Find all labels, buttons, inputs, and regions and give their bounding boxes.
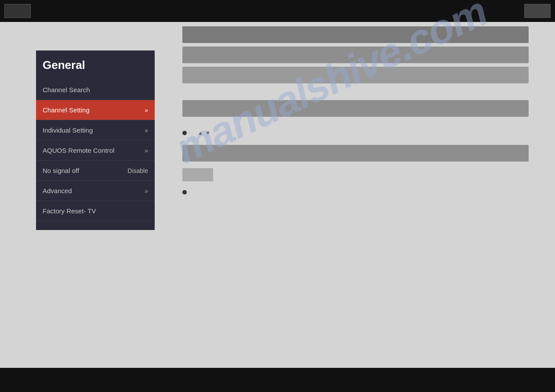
content-bar-3 <box>182 67 529 83</box>
sidebar: General Channel Search Channel Setting »… <box>36 50 155 230</box>
small-gray-bar <box>182 168 213 181</box>
sidebar-item-label: Advanced <box>43 187 72 194</box>
sidebar-item-advanced[interactable]: Advanced » <box>36 181 155 201</box>
sidebar-item-aquos-remote[interactable]: AQUOS Remote Control » <box>36 140 155 161</box>
content-area: ▲ ▼ <box>182 22 529 199</box>
sidebar-item-label: Factory Reset- TV <box>43 207 96 215</box>
top-bar-logo <box>4 4 31 18</box>
sidebar-item-label: AQUOS Remote Control <box>43 147 114 154</box>
content-bar-4 <box>182 100 529 117</box>
content-bar-2 <box>182 47 529 63</box>
arrow-up-icon: ▲ <box>198 130 203 136</box>
content-bar-5 <box>182 145 529 162</box>
bullet-line-2 <box>182 186 529 199</box>
content-bar-1 <box>182 26 529 43</box>
sidebar-item-channel-search[interactable]: Channel Search <box>36 80 155 100</box>
sidebar-item-factory-reset[interactable]: Factory Reset- TV <box>36 201 155 221</box>
chevron-right-icon: » <box>145 107 148 114</box>
sidebar-item-label: Channel Setting <box>43 106 90 114</box>
sidebar-item-label: Channel Search <box>43 86 90 94</box>
chevron-right-icon: » <box>145 147 148 154</box>
sidebar-item-label: Individual Setting <box>43 126 93 134</box>
sidebar-item-no-signal[interactable]: No signal off Disable <box>36 161 155 181</box>
chevron-right-icon: » <box>145 187 148 194</box>
bullet-dot-1 <box>182 131 187 135</box>
sidebar-item-channel-setting[interactable]: Channel Setting » <box>36 100 155 120</box>
no-signal-value: Disable <box>127 167 148 174</box>
sidebar-item-individual-setting[interactable]: Individual Setting » <box>36 120 155 140</box>
bottom-bar <box>0 368 555 392</box>
sidebar-title: General <box>36 50 155 80</box>
top-bar <box>0 0 555 22</box>
bullet-line-1: ▲ ▼ <box>182 126 529 140</box>
bullet-dot-2 <box>182 190 187 194</box>
arrow-down-icon: ▼ <box>205 130 210 136</box>
sidebar-item-label: No signal off <box>43 167 79 174</box>
chevron-right-icon: » <box>145 127 148 134</box>
top-bar-controls <box>524 4 551 18</box>
